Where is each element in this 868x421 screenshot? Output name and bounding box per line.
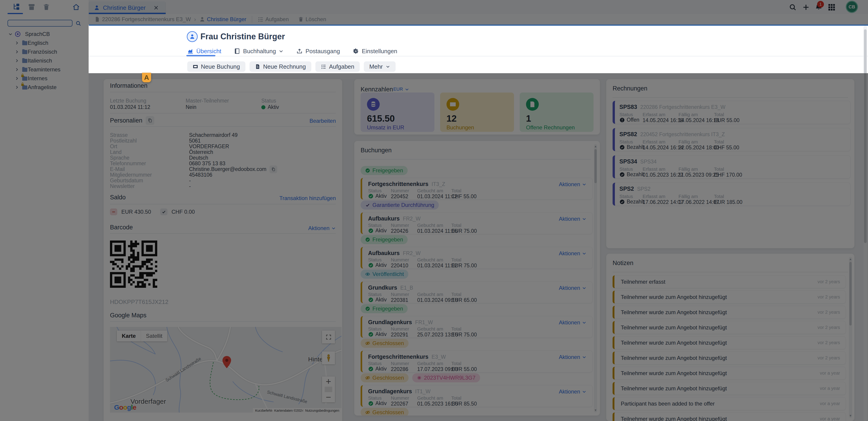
column-header: Total <box>451 361 461 366</box>
booking-actions-link[interactable]: Aktionen <box>559 320 586 326</box>
tab-postausgang[interactable]: Postausgang <box>296 48 340 55</box>
neue-buchung-button[interactable]: Neue Buchung <box>187 61 245 72</box>
divider <box>613 272 848 272</box>
neue-rechnung-button[interactable]: Neue Rechnung <box>249 61 311 72</box>
tree-icon[interactable] <box>12 3 20 11</box>
window-scrollbar[interactable] <box>864 26 867 421</box>
tab-übersicht[interactable]: Übersicht <box>187 48 221 55</box>
note-card[interactable]: Teilnehmer wurde zum Angebot hinzugefügt… <box>613 367 846 380</box>
note-card[interactable]: Teilnehmer wurde zum Angebot hinzugefügt… <box>613 291 846 303</box>
map-marker-icon[interactable] <box>222 356 231 368</box>
chevron-down-icon[interactable] <box>8 32 13 36</box>
booking-actions-link[interactable]: Aktionen <box>559 250 586 257</box>
breadcrumb-delete-button[interactable]: Löschen <box>298 16 326 23</box>
mehr-button[interactable]: Mehr <box>364 61 395 72</box>
chevron-right-icon[interactable] <box>14 50 19 54</box>
edit-link[interactable]: Bearbeiten <box>309 118 336 124</box>
aufgaben-button[interactable]: Aufgaben <box>315 61 360 72</box>
sidebar-item-teaminternes[interactable]: Teaminternes <box>0 65 89 74</box>
sidebar-search-input[interactable] <box>7 20 72 27</box>
note-card[interactable]: Teilnehmer erfasstvor 2 years <box>613 275 846 288</box>
breadcrumb-tasks-button[interactable]: Aufgaben <box>258 16 289 23</box>
booking-card[interactable]: GrundkursE1_B AktionenStatusNummerGebuch… <box>361 281 593 303</box>
booking-card[interactable]: FortgeschrittenenkursE3_W AktionenStatus… <box>361 351 593 372</box>
add-transaction-link[interactable]: Transaktion hinzufügen <box>279 195 336 202</box>
chevron-right-icon[interactable] <box>14 67 19 72</box>
zoom-out-button[interactable]: − <box>326 392 331 402</box>
summary-label: Status <box>261 98 276 104</box>
search-icon[interactable] <box>789 3 797 11</box>
note-card[interactable]: Teilnehmer wurde zum Angebot hinzugefügt… <box>613 412 846 421</box>
booking-card[interactable]: AufbaukursFR2_W AktionenStatusNummerGebu… <box>361 212 593 234</box>
window-tab-christine-buerger[interactable]: Christine Bürger <box>89 1 166 14</box>
notes-scrollbar-thumb[interactable] <box>849 262 851 326</box>
sidebar-item-italienisch[interactable]: Italienisch <box>0 56 89 65</box>
invoice-card[interactable]: SPS82220452 Fortgeschrittenenkurs IT3_ZS… <box>613 128 850 151</box>
bookings-scrollbar-thumb[interactable] <box>594 149 597 183</box>
trash-icon[interactable] <box>42 3 50 11</box>
bookings-scrollbar[interactable]: ▲▼ <box>594 144 597 412</box>
breadcrumb-course[interactable]: 220286 Fortgeschrittenenkurs E3_W <box>102 16 191 23</box>
sidebar-item-englisch[interactable]: Englisch <box>0 38 89 47</box>
home-icon[interactable] <box>72 3 80 11</box>
booking-card[interactable]: AufbaukursFR2_W AktionenStatusNummerGebu… <box>361 247 593 269</box>
column-header: Erfasst am <box>643 167 665 172</box>
fullscreen-button[interactable] <box>322 331 335 343</box>
sidebar-item-internes[interactable]: Internes <box>0 74 89 83</box>
satellite-button[interactable]: Satellit <box>141 331 167 341</box>
invoice-card[interactable]: SPS83220286 Fortgeschrittenenkurs E3_WSt… <box>613 101 850 124</box>
chevron-right-icon[interactable] <box>14 41 19 45</box>
note-card[interactable]: Teilnehmer wurde zum Angebot hinzugefügt… <box>613 382 846 395</box>
breadcrumb-person[interactable]: Christine Bürger <box>199 16 246 23</box>
booking-actions-link[interactable]: Aktionen <box>559 389 586 395</box>
chevron-right-icon[interactable] <box>14 76 19 81</box>
note-card[interactable]: Teilnehmer wurde zum Angebot hinzugefügt… <box>613 306 846 319</box>
zoom-in-button[interactable]: + <box>326 377 331 387</box>
map-button[interactable]: Karte <box>117 331 141 341</box>
booking-card[interactable]: GrundlagenkursFR1_W AktionenStatusNummer… <box>361 316 593 338</box>
copy-button[interactable] <box>146 116 154 125</box>
map-terms-link[interactable]: Nutzungsbedingungen <box>303 408 342 413</box>
booking-actions-link[interactable]: Aktionen <box>559 181 586 187</box>
pegman-button[interactable] <box>322 352 335 364</box>
sidebar-item-französisch[interactable]: Französisch <box>0 47 89 56</box>
tab-einstellungen[interactable]: Einstellungen <box>353 48 397 55</box>
booking-card[interactable]: FortgeschrittenenkursIT3_Z AktionenStatu… <box>361 178 593 200</box>
note-card[interactable]: Participant has been added to the offerv… <box>613 397 846 410</box>
close-icon[interactable] <box>153 5 159 10</box>
kpi-card-0[interactable]: 615.50 Umsatz in EUR <box>361 92 434 132</box>
avatar[interactable]: CB <box>847 2 857 12</box>
google-map[interactable]: Schwaitl Landsstraße Schwaitl Landsstraß… <box>110 327 342 413</box>
tab-buchhaltung[interactable]: Buchhaltung <box>234 48 284 55</box>
note-card[interactable]: Teilnehmer wurde zum Angebot hinzugefügt… <box>613 321 846 334</box>
booking-number: 220291 <box>391 332 408 338</box>
column-header: Total <box>451 326 461 332</box>
chevron-right-icon[interactable] <box>14 58 19 63</box>
kpi-currency-select[interactable]: EUR <box>393 87 409 92</box>
search-icon[interactable] <box>75 21 81 26</box>
tree-root-sprachcb[interactable]: SprachCB <box>0 30 89 38</box>
notes-scrollbar[interactable]: ▲▼ <box>849 257 852 418</box>
chevron-right-icon[interactable] <box>14 85 19 90</box>
kpi-card-1[interactable]: 12 Buchungen <box>440 92 514 132</box>
barcode-actions-link[interactable]: Aktionen <box>308 225 336 232</box>
invoice-card[interactable]: SPS2SPS2StatusErfasst amFällig amTotalBe… <box>613 183 850 206</box>
archive-icon[interactable] <box>28 3 35 11</box>
map-zoom-control: + − <box>322 377 335 402</box>
note-card[interactable]: Teilnehmer wurde zum Angebot hinzugefügt… <box>613 336 846 349</box>
booking-actions-link[interactable]: Aktionen <box>559 354 586 360</box>
bookings-title: Buchungen <box>361 147 392 154</box>
kpi-card-2[interactable]: 1 Offene Rechnungen <box>520 92 593 132</box>
sidebar-item-anfrageliste[interactable]: Anfrageliste <box>0 83 89 92</box>
apps-grid-icon[interactable] <box>828 3 836 11</box>
booking-actions-link[interactable]: Aktionen <box>559 216 586 222</box>
booking-number: 220267 <box>391 401 408 407</box>
column-header: Total <box>451 395 461 401</box>
window-scrollbar-thumb[interactable] <box>864 29 867 243</box>
note-card[interactable]: Teilnehmer wurde zum Angebot hinzugefügt… <box>613 352 846 364</box>
field-value[interactable]: Christine.Buerger@edoobox.com <box>189 166 266 172</box>
invoice-card[interactable]: SPS34SPS34StatusErfasst amFällig amTotal… <box>613 155 850 178</box>
booking-actions-link[interactable]: Aktionen <box>559 285 586 291</box>
booking-card[interactable]: GrundlagenkursIT1_W AktionenStatusNummer… <box>361 385 593 407</box>
plus-icon[interactable] <box>802 3 810 11</box>
